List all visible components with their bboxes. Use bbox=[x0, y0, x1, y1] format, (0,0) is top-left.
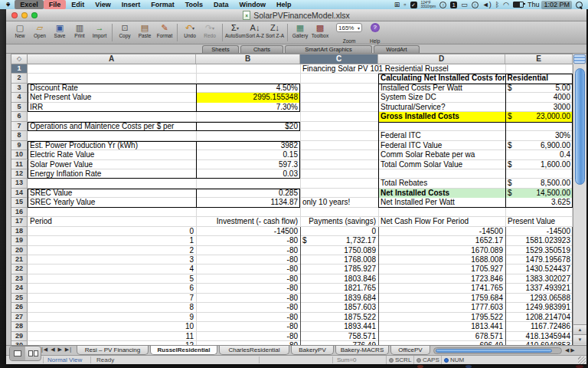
cell-D17[interactable]: Net Cash Flow For Period bbox=[378, 217, 505, 226]
cell-A9[interactable]: Est. Power Production Yr (kWh) bbox=[28, 141, 196, 150]
cell-D18[interactable]: -14500 bbox=[378, 227, 505, 236]
row-header-16[interactable]: 16 bbox=[11, 208, 28, 217]
normal-view-button[interactable] bbox=[10, 347, 25, 360]
cell-C20[interactable]: 1750.089 bbox=[300, 246, 378, 255]
cell-A24[interactable]: 6 bbox=[28, 284, 196, 293]
scroll-down-arrow[interactable]: ▼ bbox=[573, 334, 586, 344]
cell-D19[interactable]: 1652.17 bbox=[378, 236, 505, 245]
bluetooth-icon[interactable]: ᛒ bbox=[495, 1, 499, 8]
row-header-20[interactable]: 20 bbox=[11, 246, 28, 255]
menu-clock[interactable]: Thu1:02 PM bbox=[528, 1, 572, 9]
row-header-26[interactable]: 26 bbox=[11, 303, 28, 312]
cell-A19[interactable]: 1 bbox=[28, 236, 196, 245]
sheet-tab-charlesresidential[interactable]: CharlesResidential bbox=[219, 346, 289, 355]
cell-B18[interactable]: -14500 bbox=[196, 227, 300, 236]
cell-C1[interactable]: Financing Solar PV 101 Residential Russe… bbox=[300, 64, 378, 74]
cell-D3[interactable]: Installed Costs Per Watt bbox=[378, 84, 505, 93]
cell-C26[interactable]: 1857.603 bbox=[300, 303, 378, 312]
menu-format[interactable]: Format bbox=[145, 0, 180, 9]
cell-C25[interactable]: 1839.684 bbox=[300, 294, 378, 303]
menu-tools[interactable]: Tools bbox=[180, 0, 208, 9]
cell-A27[interactable]: 9 bbox=[28, 313, 196, 322]
cell-B24[interactable]: -80 bbox=[196, 284, 300, 293]
cell-B14[interactable]: 0.285 bbox=[196, 189, 300, 198]
sheet-tab-russelresidential[interactable]: RusselResidential bbox=[150, 346, 217, 355]
cell-D14[interactable]: Net Installed Costs bbox=[378, 189, 505, 198]
cell-D10[interactable]: Comm Solar Rebate per wa bbox=[378, 150, 505, 159]
row-header-22[interactable]: 22 bbox=[11, 264, 28, 274]
cell-B27[interactable]: -80 bbox=[196, 313, 300, 322]
checkmark-app-icon[interactable]: ✓ bbox=[410, 2, 417, 8]
cell-C19[interactable]: $1,732.17 bbox=[300, 236, 378, 245]
volume-icon[interactable]: ◄) bbox=[482, 1, 492, 8]
toolbar-gallery[interactable]: ▦Gallery bbox=[290, 23, 310, 39]
cell-D13[interactable]: Total Rebates bbox=[378, 179, 505, 188]
display-icon[interactable]: ▭ bbox=[461, 1, 468, 8]
row-header-29[interactable]: 29 bbox=[11, 332, 28, 341]
menu-file[interactable]: File bbox=[44, 0, 67, 9]
cell-A28[interactable]: 10 bbox=[28, 322, 196, 331]
zoom-dropdown[interactable]: 165%▾ bbox=[336, 23, 362, 32]
cell-D25[interactable]: 1759.684 bbox=[378, 294, 505, 303]
cell-E23[interactable]: 1383.302027 bbox=[505, 274, 573, 284]
row-header-25[interactable]: 25 bbox=[11, 294, 28, 303]
select-all-corner[interactable]: ◇ bbox=[11, 54, 28, 64]
cell-A15[interactable]: SREC Yearly Value bbox=[28, 198, 196, 207]
cell-A17[interactable]: Period bbox=[28, 217, 196, 226]
cell-A10[interactable]: Electric Rate Value bbox=[28, 150, 196, 159]
cell-C27[interactable]: 1875.522 bbox=[300, 313, 378, 322]
cell-D15[interactable]: Net Installed Per Watt bbox=[378, 198, 505, 207]
row-header-18[interactable]: 18 bbox=[11, 227, 28, 236]
cell-A18[interactable]: 0 bbox=[28, 227, 196, 236]
cell-B5[interactable]: 7.30% bbox=[196, 103, 300, 112]
toolbar-undo[interactable]: ↶▾Undo bbox=[180, 23, 200, 39]
gallery-tab-wordart[interactable]: WordArt bbox=[374, 45, 420, 53]
resize-grip[interactable] bbox=[578, 356, 586, 364]
cell-A14[interactable]: SREC Value bbox=[28, 189, 196, 198]
help-button[interactable]: ? bbox=[371, 23, 380, 32]
cell-E11[interactable]: $1,600.00 bbox=[505, 160, 573, 169]
row-header-15[interactable]: 15 bbox=[11, 198, 28, 207]
cell-E22[interactable]: 1430.524437 bbox=[505, 264, 573, 274]
sheet-tab-bakerypv[interactable]: BakeryPV bbox=[291, 346, 334, 355]
cell-A29[interactable]: 11 bbox=[28, 332, 196, 341]
cell-C17[interactable]: Payments (savings) bbox=[300, 217, 378, 226]
cell-B9[interactable]: 3982 bbox=[196, 141, 300, 150]
cell-A26[interactable]: 8 bbox=[28, 303, 196, 312]
row-header-1[interactable]: 1 bbox=[11, 64, 28, 74]
cell-E25[interactable]: 1293.06588 bbox=[505, 294, 573, 303]
cell-D28[interactable]: 1813.441 bbox=[378, 322, 505, 331]
cell-E20[interactable]: 1529.350519 bbox=[505, 246, 573, 255]
sync-alert-icon[interactable]: ! bbox=[472, 2, 479, 8]
cell-E26[interactable]: 1249.983991 bbox=[505, 303, 573, 312]
cell-A3[interactable]: Discount Rate bbox=[28, 84, 196, 93]
cell-D26[interactable]: 1777.603 bbox=[378, 303, 505, 312]
cell-B28[interactable]: -80 bbox=[196, 322, 300, 331]
toolbar-sort-a-z[interactable]: A↓Sort A-Z bbox=[245, 23, 265, 39]
cell-E5[interactable]: 3000 bbox=[505, 103, 573, 112]
cell-B10[interactable]: 0.15 bbox=[196, 150, 300, 159]
cell-A22[interactable]: 4 bbox=[28, 264, 196, 274]
row-header-4[interactable]: 4 bbox=[11, 93, 28, 102]
cell-A25[interactable]: 7 bbox=[28, 294, 196, 303]
cell-D5[interactable]: Structural/Service? bbox=[378, 103, 505, 112]
row-header-11[interactable]: 11 bbox=[11, 160, 28, 169]
cell-B25[interactable]: -80 bbox=[196, 294, 300, 303]
vertical-scrollbar-thumb[interactable] bbox=[575, 68, 585, 185]
cell-C18[interactable]: 0 bbox=[300, 227, 378, 236]
cell-E29[interactable]: 418.1345944 bbox=[505, 332, 573, 341]
menu-edit[interactable]: Edit bbox=[66, 0, 90, 9]
wifi-icon[interactable]: ◠ bbox=[503, 1, 509, 8]
cell-E17[interactable]: Present Value bbox=[505, 217, 573, 226]
cell-B21[interactable]: -80 bbox=[196, 255, 300, 264]
toolbar-format[interactable]: ✎Format bbox=[155, 23, 175, 39]
split-handle[interactable] bbox=[573, 54, 586, 64]
row-header-8[interactable]: 8 bbox=[11, 131, 28, 140]
vertical-scrollbar[interactable]: ▲ ▼ bbox=[573, 64, 586, 345]
row-header-6[interactable]: 6 bbox=[11, 112, 28, 121]
toolbar-print[interactable]: ▥Print bbox=[70, 23, 90, 39]
cell-D4[interactable]: System Size DC bbox=[378, 93, 505, 102]
toolbar-paste[interactable]: ▤Paste bbox=[135, 23, 155, 39]
window-grid-icon[interactable]: ⊞ bbox=[394, 1, 400, 8]
cell-B15[interactable]: 1134.87 bbox=[196, 198, 300, 207]
